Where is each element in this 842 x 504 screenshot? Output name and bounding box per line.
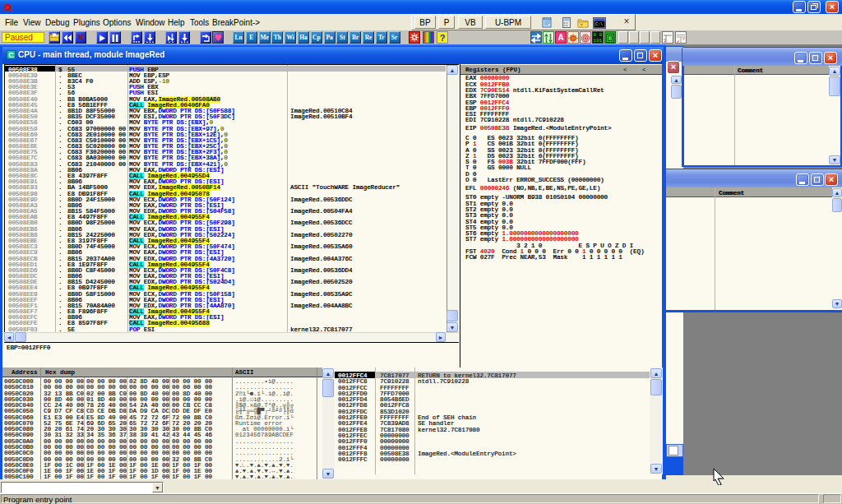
- svg-text:C:\: C:\: [595, 22, 603, 27]
